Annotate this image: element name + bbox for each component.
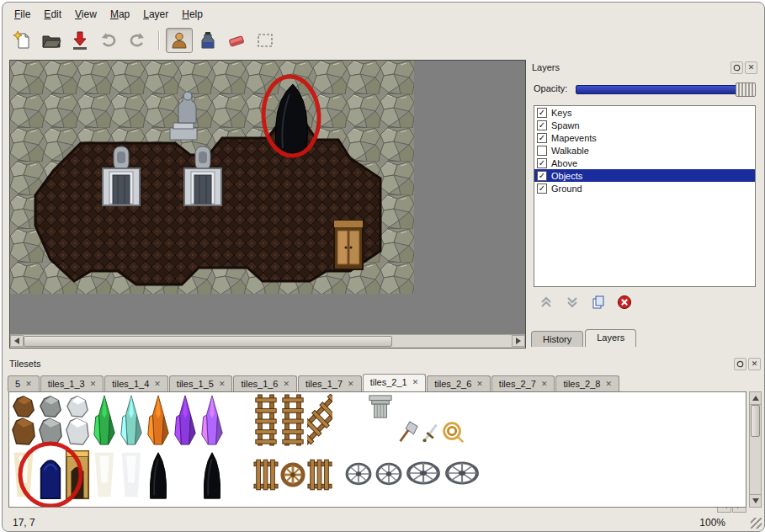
tab-close-icon[interactable]: ✕ (541, 380, 548, 388)
tab-close-icon[interactable]: ✕ (412, 378, 419, 386)
tileset-tile-pillar[interactable] (368, 394, 393, 419)
menu-view[interactable]: View (68, 5, 104, 24)
opacity-slider[interactable] (576, 85, 756, 94)
menu-help[interactable]: Help (175, 5, 210, 24)
tab-close-icon[interactable]: ✕ (90, 380, 97, 388)
tab-close-icon[interactable]: ✕ (605, 380, 612, 388)
move-layer-up-button[interactable] (539, 295, 554, 310)
tab-history[interactable]: History (531, 331, 583, 347)
tileset-tile-rock[interactable] (11, 394, 36, 446)
layer-row-spawn[interactable]: ✓Spawn (534, 119, 755, 131)
scroll-left-button[interactable] (10, 335, 24, 347)
tileset-tile-sword[interactable] (418, 419, 444, 444)
tileset-tile-fade[interactable] (119, 450, 144, 500)
tileset-tile-fade[interactable] (92, 450, 117, 500)
tileset-content[interactable] (8, 391, 746, 508)
layer-row-objects[interactable]: ✓Objects (534, 169, 755, 182)
tileset-tile-crystal[interactable] (173, 394, 198, 446)
float-panel-button[interactable] (730, 61, 743, 74)
layer-visibility-checkbox[interactable]: ✓ (537, 158, 547, 168)
tileset-tile-crystal[interactable] (146, 394, 171, 446)
tab-close-icon[interactable]: ✕ (348, 380, 354, 388)
tileset-tile-rock[interactable] (38, 394, 63, 446)
float-tilesets-button[interactable] (734, 358, 746, 370)
tileset-tile-track-h[interactable] (307, 450, 332, 500)
tab-close-icon[interactable]: ✕ (25, 380, 32, 388)
tileset-tile-wheel-wood[interactable] (280, 450, 305, 500)
close-tilesets-button[interactable]: ✕ (748, 358, 761, 370)
tab-close-icon[interactable]: ✕ (476, 380, 483, 388)
tileset-tab-tiles_1_7[interactable]: tiles_1_7✕ (298, 375, 362, 391)
character-tool-button[interactable] (166, 28, 193, 53)
scroll-down-button[interactable] (750, 494, 761, 507)
close-panel-button[interactable]: ✕ (745, 61, 757, 74)
selection-tool-button[interactable] (252, 28, 279, 53)
layer-row-above[interactable]: ✓Above (534, 157, 755, 169)
tileset-tile-fade[interactable] (11, 450, 36, 500)
tileset-tab-tiles_1_4[interactable]: tiles_1_4✕ (104, 375, 168, 391)
map-horizontal-scrollbar[interactable] (10, 334, 525, 348)
menu-file[interactable]: File (8, 5, 37, 24)
layer-row-walkable[interactable]: Walkable (534, 144, 755, 157)
tileset-tab-tiles_1_6[interactable]: tiles_1_6✕ (233, 375, 297, 391)
resize-grip-icon[interactable] (751, 518, 762, 529)
menu-layer[interactable]: Layer (136, 5, 175, 24)
layer-visibility-checkbox[interactable]: ✓ (537, 108, 547, 118)
tileset-tile-door-wood[interactable] (65, 450, 90, 500)
fill-tool-button[interactable] (194, 28, 221, 53)
undo-button[interactable] (95, 28, 122, 53)
menu-map[interactable]: Map (104, 5, 136, 24)
new-file-button[interactable] (9, 28, 36, 53)
tileset-tile-track-diag[interactable] (307, 394, 332, 446)
scroll-right-button[interactable] (512, 335, 525, 347)
tileset-tile-crystal[interactable] (92, 394, 117, 446)
tileset-tile-whip[interactable] (440, 419, 465, 444)
tileset-tile-wheel-metal[interactable] (405, 448, 442, 498)
tab-close-icon[interactable]: ✕ (284, 380, 290, 388)
vertical-scroll-thumb[interactable] (751, 405, 760, 437)
layer-visibility-checkbox[interactable]: ✓ (537, 171, 547, 181)
tileset-tile-shovel[interactable] (395, 419, 420, 444)
map-canvas[interactable] (9, 60, 526, 348)
layer-row-mapevents[interactable]: ✓Mapevents (534, 131, 755, 144)
tileset-tab-tiles_1_5[interactable]: tiles_1_5✕ (169, 375, 233, 391)
layer-visibility-checkbox[interactable] (537, 146, 547, 156)
layer-visibility-checkbox[interactable]: ✓ (537, 184, 547, 194)
opacity-slider-handle[interactable] (736, 82, 756, 97)
redo-button[interactable] (124, 28, 151, 53)
menu-edit[interactable]: Edit (37, 5, 68, 24)
tileset-tile-wheel-metal[interactable] (344, 450, 373, 498)
tileset-tab-tiles_2_8[interactable]: tiles_2_8✕ (555, 375, 619, 391)
tileset-vertical-scrollbar[interactable] (749, 391, 762, 508)
layer-row-ground[interactable]: ✓Ground (534, 182, 755, 194)
tileset-tile-wheel-metal[interactable] (444, 448, 481, 498)
tileset-tile-track-h[interactable] (253, 450, 279, 500)
tileset-tab-tiles_1_3[interactable]: tiles_1_3✕ (40, 375, 104, 391)
tileset-tile-hood[interactable] (199, 450, 225, 500)
save-button[interactable] (66, 28, 93, 53)
tileset-tile-crystal[interactable] (199, 394, 225, 446)
delete-layer-button[interactable] (617, 295, 632, 310)
layer-visibility-checkbox[interactable]: ✓ (537, 133, 547, 143)
scroll-up-button[interactable] (750, 392, 761, 405)
tab-layers[interactable]: Layers (585, 329, 636, 347)
tileset-tab-tiles_2_6[interactable]: tiles_2_6✕ (427, 375, 491, 391)
layer-visibility-checkbox[interactable]: ✓ (537, 120, 547, 130)
move-layer-down-button[interactable] (565, 295, 580, 310)
tileset-tile-hood[interactable] (146, 450, 171, 500)
tileset-tile-crystal[interactable] (119, 394, 144, 446)
tileset-tile-door-blue[interactable] (38, 450, 63, 500)
duplicate-layer-button[interactable] (591, 295, 606, 310)
open-file-button[interactable] (38, 28, 65, 53)
horizontal-scroll-thumb[interactable] (24, 336, 392, 347)
layer-row-keys[interactable]: ✓Keys (534, 106, 755, 119)
tileset-tab-tiles_2_7[interactable]: tiles_2_7✕ (491, 375, 555, 391)
tab-close-icon[interactable]: ✕ (154, 380, 161, 388)
tileset-tab-5[interactable]: 5✕ (8, 375, 40, 391)
tab-close-icon[interactable]: ✕ (219, 380, 226, 388)
tileset-tile-wheel-metal[interactable] (375, 450, 403, 498)
eraser-tool-button[interactable] (223, 28, 250, 53)
tileset-tab-tiles_2_1[interactable]: tiles_2_1✕ (363, 374, 427, 391)
tileset-tile-track-v[interactable] (253, 394, 279, 446)
tileset-tile-rock[interactable] (65, 394, 90, 446)
